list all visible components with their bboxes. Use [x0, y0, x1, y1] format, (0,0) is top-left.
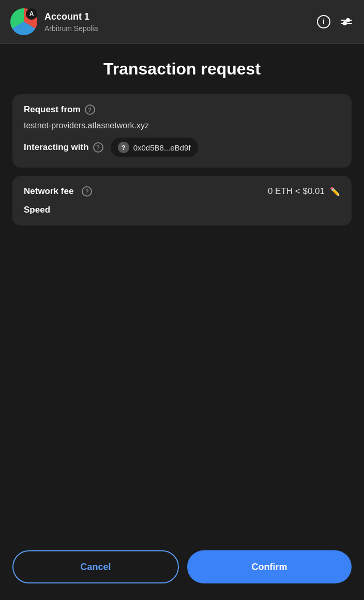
interacting-with-row: Interacting with ? ? 0x0d5B8...eBd9f — [24, 138, 340, 157]
avatar: A — [10, 8, 37, 35]
settings-button[interactable] — [339, 14, 354, 29]
footer: Cancel Confirm — [0, 540, 364, 600]
speed-label: Speed — [24, 205, 340, 215]
header: A Account 1 Arbitrum Sepolia i — [0, 0, 364, 44]
network-fee-label: Network fee — [24, 186, 73, 197]
fee-value-container: 0 ETH < $0.01 ✏️ — [268, 186, 340, 197]
edit-fee-icon[interactable]: ✏️ — [330, 187, 340, 197]
slider-line-top — [341, 20, 352, 21]
fee-label: Network fee ? — [24, 186, 92, 197]
request-from-row: Request from ? — [24, 104, 340, 115]
info-button[interactable]: i — [316, 14, 331, 29]
network-fee-help-icon[interactable]: ? — [82, 186, 92, 197]
cancel-button[interactable]: Cancel — [12, 550, 179, 583]
request-from-card: Request from ? testnet-providers.atlasne… — [12, 94, 352, 168]
fee-card: Network fee ? 0 ETH < $0.01 ✏️ Speed — [12, 176, 352, 226]
main-content: Transaction request Request from ? testn… — [0, 44, 364, 540]
contract-address: 0x0d5B8...eBd9f — [133, 143, 191, 152]
page-title: Transaction request — [12, 59, 352, 79]
account-name: Account 1 — [44, 11, 316, 23]
request-from-label: Request from — [24, 104, 81, 115]
contract-question-icon: ? — [118, 142, 129, 153]
avatar-letter: A — [26, 8, 37, 20]
sliders-icon — [341, 20, 352, 24]
account-info: Account 1 Arbitrum Sepolia — [44, 11, 316, 32]
interacting-with-label: Interacting with — [24, 142, 89, 153]
slider-line-bottom — [341, 23, 352, 24]
request-from-help-icon[interactable]: ? — [85, 104, 95, 115]
request-from-url: testnet-providers.atlasnetwork.xyz — [24, 121, 340, 130]
fee-row: Network fee ? 0 ETH < $0.01 ✏️ — [24, 186, 340, 197]
contract-badge[interactable]: ? 0x0d5B8...eBd9f — [111, 138, 198, 157]
network-name: Arbitrum Sepolia — [44, 24, 316, 33]
header-icons: i — [316, 14, 354, 29]
fee-amount: 0 ETH < $0.01 — [268, 186, 325, 197]
info-icon: i — [317, 15, 330, 28]
confirm-button[interactable]: Confirm — [187, 550, 352, 583]
interacting-with-help-icon[interactable]: ? — [93, 142, 103, 153]
